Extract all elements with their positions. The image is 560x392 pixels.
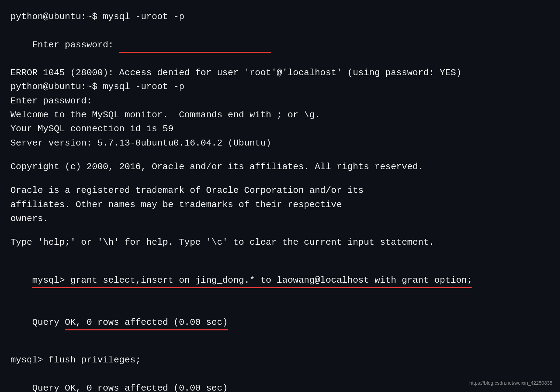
gap-3: [10, 226, 550, 235]
line-8: Server version: 5.7.13-0ubuntu0.16.04.2 …: [10, 136, 550, 150]
gap-5: [10, 343, 550, 353]
query2-prefix: Query: [32, 383, 65, 392]
watermark: https://blog.csdn.net/weixin_42250835: [469, 380, 552, 386]
grant-command-underline: mysql> grant select,insert on jing_dong.…: [32, 273, 472, 287]
line-16-flush: mysql> flush privileges;: [10, 353, 550, 367]
line-11: affiliates. Other names may be trademark…: [10, 198, 550, 212]
gap-1: [10, 150, 550, 160]
gap-4: [10, 249, 550, 259]
line-5: Enter password:: [10, 94, 550, 108]
line-7: Your MySQL connection id is 59: [10, 122, 550, 136]
line-15-query: Query OK, 0 rows affected (0.00 sec): [10, 301, 550, 343]
line-14-grant: mysql> grant select,insert on jing_dong.…: [10, 259, 550, 301]
query2-suffix: (0.00 sec): [168, 383, 228, 392]
line-9: Copyright (c) 2000, 2016, Oracle and/or …: [10, 160, 550, 174]
line-2: Enter password:: [10, 24, 550, 66]
query-prefix: Query: [32, 317, 65, 328]
gap-2: [10, 174, 550, 183]
line-12: owners.: [10, 212, 550, 226]
line-4: python@ubuntu:~$ mysql -uroot -p: [10, 80, 550, 94]
line-17-query: Query OK, 0 rows affected (0.00 sec): [10, 367, 550, 392]
terminal: python@ubuntu:~$ mysql -uroot -p Enter p…: [0, 0, 560, 392]
line-1: python@ubuntu:~$ mysql -uroot -p: [10, 10, 550, 24]
line-3: ERROR 1045 (28000): Access denied for us…: [10, 66, 550, 80]
query-ok-underline: OK, 0 rows affected (0.00 sec): [65, 315, 228, 329]
line-6: Welcome to the MySQL monitor. Commands e…: [10, 108, 550, 122]
password-underline: [119, 38, 271, 52]
enter-password-text: Enter password:: [32, 40, 119, 50]
query2-ok-underline: OK, 0 rows affected: [65, 381, 168, 392]
line-10: Oracle is a registered trademark of Orac…: [10, 183, 550, 197]
line-13: Type 'help;' or '\h' for help. Type '\c'…: [10, 235, 550, 249]
